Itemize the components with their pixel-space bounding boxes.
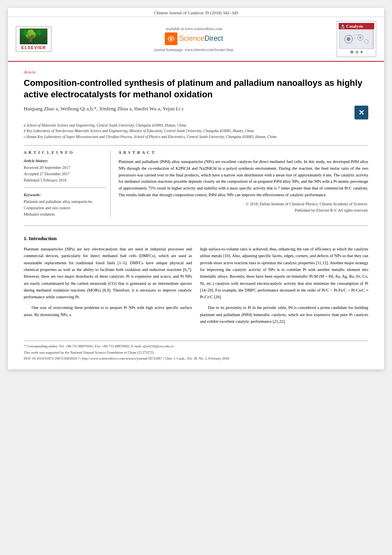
- doi-info: DOI: 10.1016/S1872-2067(18)63020-7 | htt…: [24, 356, 368, 362]
- journal-center: available at www.sciencedirect.com Scien…: [55, 27, 333, 52]
- affiliation-a: a School of Materials Science and Engine…: [24, 123, 368, 128]
- affiliation-c: c Hunan Key Laboratory of Super Microstr…: [24, 134, 368, 140]
- body-columns: Platinum nanoparticles (NPs) are key ele…: [24, 246, 368, 329]
- divider-info: [24, 188, 106, 188]
- svg-rect-1: [341, 30, 372, 48]
- elsevier-text: ELSEVIER: [21, 45, 46, 50]
- available-at-text: available at www.sciencedirect.com: [55, 27, 333, 31]
- body-section: 1. Introduction Platinum nanoparticles (…: [24, 235, 368, 329]
- keyword-2: Composition and size control: [24, 205, 106, 211]
- body-para-4: Due to its proximity to Pt in the period…: [200, 304, 368, 325]
- article-info-column: A R T I C L E I N F O Article history: R…: [24, 150, 111, 218]
- svg-point-3: [347, 37, 351, 41]
- catalysis-image: [339, 29, 374, 49]
- crossmark-icon: ✕: [354, 106, 368, 119]
- corresponding-author: * Corresponding author. Tel: +86-731-888…: [24, 343, 368, 349]
- top-bar: Chinese Journal of Catalysis 39 (2018) 3…: [8, 8, 384, 17]
- article-info-abstract: A R T I C L E I N F O Article history: R…: [24, 150, 368, 218]
- catalysis-icons: ⚙⊙✕: [339, 49, 374, 55]
- article-info-title: A R T I C L E I N F O: [24, 150, 106, 155]
- body-para-1: Platinum nanoparticles (NPs) are key ele…: [24, 246, 192, 301]
- catalysis-label: Catalysis: [346, 24, 363, 28]
- body-col-right: high surface-to-volume ratio is achieved…: [200, 246, 368, 329]
- page-footer: * Corresponding author. Tel: +86-731-888…: [24, 341, 368, 362]
- main-content: Article Composition-controlled synthesis…: [8, 62, 384, 369]
- catalysis-logo: 🔬 Catalysis ⚙⊙✕: [337, 21, 376, 57]
- rights-line: Published by Elsevier B.V. All rights re…: [119, 207, 368, 214]
- body-col-left: Platinum nanoparticles (NPs) are key ele…: [24, 246, 192, 329]
- article-title: Composition-controlled synthesis of plat…: [24, 78, 368, 100]
- divider-2: [24, 225, 368, 226]
- affiliations: a School of Materials Science and Engine…: [24, 123, 368, 140]
- support-info: This work was supported by the National …: [24, 350, 368, 356]
- journal-header: 🌲 🌳 🌲 ELSEVIER available at www.scienced…: [8, 17, 384, 62]
- affiliation-b: b Key Laboratory of Non-ferrous Material…: [24, 128, 368, 134]
- received-date: Received 20 September 2017: [24, 165, 106, 171]
- article-label: Article: [24, 70, 368, 74]
- svg-point-5: [359, 36, 362, 39]
- body-para-2: One way of overcoming these problems is …: [24, 304, 192, 318]
- keyword-1: Platinum and palladium alloy nanoparticl…: [24, 199, 106, 205]
- elsevier-tree-image: 🌲 🌳 🌲: [20, 28, 47, 44]
- keywords-section: Keywords: Platinum and palladium alloy n…: [24, 193, 106, 218]
- published-date: Published 5 February 2018: [24, 177, 106, 184]
- authors-section: Haiqiang Zhao a, Weihong Qi a,b,*, Xinfe…: [24, 106, 368, 119]
- sciencedirect-text: ScienceDirect: [179, 34, 223, 43]
- divider-1: [24, 145, 368, 146]
- keyword-3: Methanol oxidation: [24, 211, 106, 218]
- keywords-label: Keywords:: [24, 193, 106, 197]
- sd-icon: [165, 32, 177, 45]
- catalysis-header: 🔬 Catalysis: [339, 23, 374, 29]
- copyright-line: © 2018, Dalian Institute of Chemical Phy…: [119, 201, 368, 207]
- accepted-date: Accepted 27 December 2017: [24, 171, 106, 177]
- body-para-3: high surface-to-volume ratio is achieved…: [200, 246, 368, 301]
- journal-homepage: journal homepage: www.elsevier.com/locat…: [55, 47, 333, 52]
- abstract-text: Platinum and palladium (PtPd) alloy nano…: [119, 159, 368, 199]
- authors-text: Haiqiang Zhao a, Weihong Qi a,b,*, Xinfe…: [24, 106, 351, 112]
- journal-reference: Chinese Journal of Catalysis 39 (2018) 3…: [154, 10, 238, 15]
- abstract-column: A B S T R A C T Platinum and palladium (…: [119, 150, 368, 218]
- intro-heading: 1. Introduction: [24, 235, 368, 242]
- history-label: Article history:: [24, 159, 106, 163]
- abstract-title: A B S T R A C T: [119, 150, 368, 155]
- abstract-copyright: © 2018, Dalian Institute of Chemical Phy…: [119, 201, 368, 214]
- sciencedirect-logo: ScienceDirect: [55, 32, 333, 45]
- elsevier-logo: 🌲 🌳 🌲 ELSEVIER: [16, 27, 51, 52]
- svg-point-0: [170, 38, 172, 40]
